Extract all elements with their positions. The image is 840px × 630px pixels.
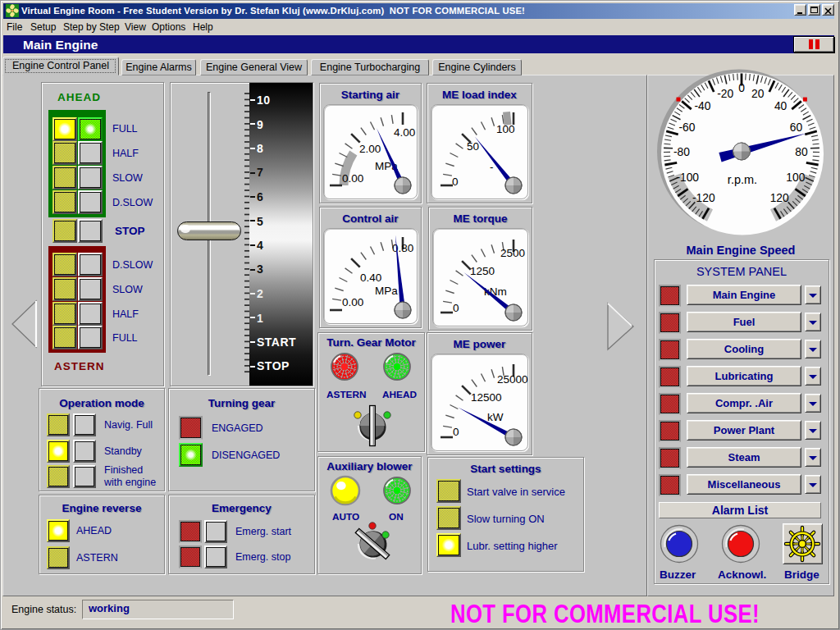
svg-text:120: 120 — [770, 192, 789, 204]
svg-text:100: 100 — [496, 123, 515, 135]
svg-text:0.80: 0.80 — [392, 242, 413, 254]
svg-text:12500: 12500 — [471, 391, 502, 404]
svg-text:2500: 2500 — [500, 247, 525, 259]
svg-text:4.00: 4.00 — [394, 126, 415, 139]
svg-text:25000: 25000 — [497, 373, 528, 386]
svg-text:0.40: 0.40 — [360, 272, 381, 284]
svg-text:0: 0 — [738, 82, 745, 94]
svg-text:0: 0 — [453, 426, 459, 438]
svg-text:-120: -120 — [692, 192, 715, 204]
svg-text:0: 0 — [452, 176, 459, 188]
svg-text:r.p.m.: r.p.m. — [728, 173, 757, 186]
svg-text:kW: kW — [487, 411, 504, 423]
svg-text:-60: -60 — [679, 121, 696, 134]
svg-text:0.00: 0.00 — [342, 172, 363, 185]
svg-text:-40: -40 — [694, 100, 710, 112]
svg-text:20: 20 — [751, 88, 765, 100]
svg-text:-100: -100 — [676, 171, 699, 184]
svg-text:1250: 1250 — [470, 265, 495, 277]
svg-text:80: 80 — [795, 146, 808, 158]
svg-text:40: 40 — [774, 100, 788, 112]
svg-text:0: 0 — [453, 302, 459, 314]
svg-text:-80: -80 — [673, 146, 690, 158]
svg-text:2.00: 2.00 — [359, 143, 381, 155]
svg-text:60: 60 — [790, 121, 803, 134]
svg-text:MPa: MPa — [375, 285, 398, 297]
svg-text:-20: -20 — [717, 88, 733, 100]
svg-text:0.00: 0.00 — [342, 296, 363, 308]
svg-text:-: - — [490, 161, 494, 173]
svg-text:100: 100 — [786, 171, 805, 184]
svg-text:50: 50 — [467, 140, 479, 153]
